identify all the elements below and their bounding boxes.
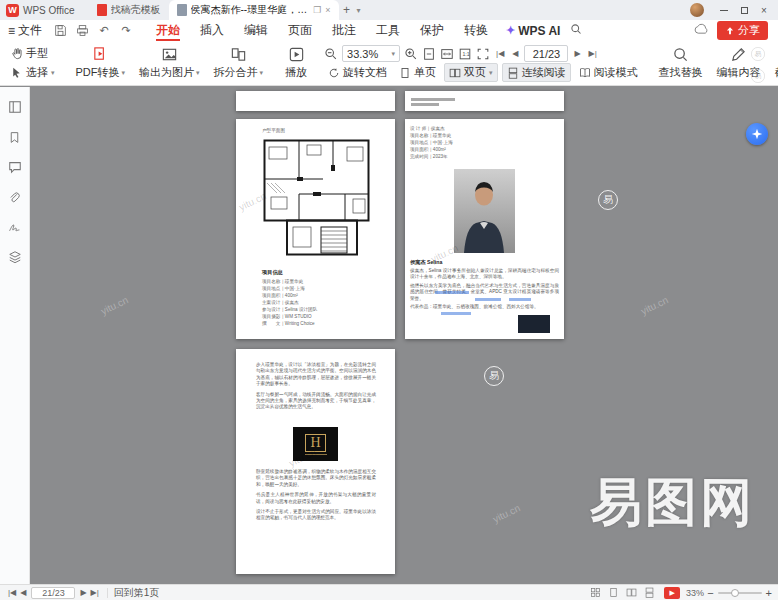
bio-paragraph: 侯寓杰，Selina 设计事务所创始人兼设计总监，深耕高端住宅与样板空间设计十余… bbox=[410, 268, 559, 281]
continuous-view-icon[interactable] bbox=[642, 587, 656, 599]
play-button[interactable]: 播放 bbox=[278, 43, 314, 83]
double-page-view-icon[interactable] bbox=[624, 587, 638, 599]
back-to-first-page-button[interactable]: 回到第1页 bbox=[114, 586, 160, 600]
close-tab-icon[interactable]: × bbox=[325, 5, 330, 15]
minimize-button[interactable] bbox=[714, 2, 734, 18]
page-22-essay[interactable]: 步入璟里华庭，设计以「浓淡相宜」为题，在光影流转之间勾勒出东方意境与现代生活方式… bbox=[236, 349, 395, 574]
page-21-designer[interactable]: 设 计 师｜侯寓杰 项目名称｜璟里华庭 项目地点｜中国·上海 项目面积｜400m… bbox=[405, 119, 564, 339]
first-page-button[interactable]: |◀ bbox=[494, 49, 506, 58]
tab-tools[interactable]: 工具 bbox=[366, 20, 410, 41]
screenshot-compare-button[interactable]: 截图对比 bbox=[768, 43, 778, 83]
file-menu-button[interactable]: ≡ 文件 bbox=[8, 22, 42, 39]
undo-button[interactable]: ↶ bbox=[96, 23, 112, 39]
double-page-button[interactable]: 双页 ▾ bbox=[444, 63, 498, 82]
tab-insert[interactable]: 插入 bbox=[190, 20, 234, 41]
fit-width-icon[interactable] bbox=[440, 47, 454, 61]
floating-assistant-button[interactable] bbox=[746, 123, 768, 145]
pdf-convert-button[interactable]: PDF转换▾ bbox=[69, 43, 133, 83]
save-button[interactable] bbox=[52, 23, 68, 39]
brand-logo-image: H bbox=[293, 427, 338, 461]
zoom-level-select[interactable]: 33.3% ▾ bbox=[342, 45, 400, 62]
fullscreen-icon[interactable] bbox=[476, 47, 490, 61]
export-image-button[interactable]: 输出为图片▾ bbox=[132, 43, 207, 83]
page-20-left-partial[interactable] bbox=[236, 91, 395, 111]
next-page-button[interactable]: ▶ bbox=[572, 49, 582, 58]
read-mode-label: 阅读模式 bbox=[594, 65, 638, 80]
layers-panel-icon[interactable] bbox=[7, 249, 23, 265]
split-merge-button[interactable]: 拆分合并▾ bbox=[207, 43, 271, 83]
document-tab-active[interactable]: 侯寓杰新作--璟里华庭，浓... ❐ × bbox=[169, 0, 339, 20]
signature-panel-icon[interactable] bbox=[7, 219, 23, 235]
search-button[interactable] bbox=[570, 23, 582, 38]
tab-protect[interactable]: 保护 bbox=[410, 20, 454, 41]
single-page-icon bbox=[399, 67, 411, 79]
wps-ai-button[interactable]: ✦ WPS AI bbox=[506, 24, 560, 38]
prev-page-button[interactable]: ◀ bbox=[510, 49, 520, 58]
tab-page[interactable]: 页面 bbox=[278, 20, 322, 41]
screenshot-compare-label: 截图对比 bbox=[775, 65, 778, 80]
read-mode-icon bbox=[579, 67, 591, 79]
new-tab-button[interactable]: + bbox=[339, 3, 355, 17]
maximize-button[interactable] bbox=[734, 2, 754, 18]
tab-list-caret-icon[interactable]: ▾ bbox=[357, 6, 361, 15]
logo-monogram: H bbox=[305, 434, 325, 452]
double-page-icon bbox=[449, 67, 461, 79]
info-line: 项目地点｜中国·上海 bbox=[262, 285, 372, 292]
zoom-slider-knob[interactable] bbox=[731, 589, 739, 597]
select-tool-button[interactable]: 选择 ▾ bbox=[6, 63, 59, 82]
detach-window-icon[interactable]: ❐ bbox=[313, 5, 321, 15]
next-page-button[interactable]: ▶ bbox=[78, 588, 88, 597]
tab-comment[interactable]: 批注 bbox=[322, 20, 366, 41]
close-window-button[interactable]: × bbox=[754, 2, 774, 18]
single-page-view-icon[interactable] bbox=[606, 587, 620, 599]
page-21-floorplan[interactable]: 户型平面图 bbox=[236, 119, 395, 339]
read-mode-button[interactable]: 阅读模式 bbox=[575, 63, 642, 82]
attachment-panel-icon[interactable] bbox=[7, 189, 23, 205]
share-button[interactable]: 分享 bbox=[717, 21, 768, 40]
ai-spark-icon: ✦ bbox=[506, 24, 515, 37]
status-zoom-percent: 33% bbox=[686, 588, 704, 598]
page-indicator-input[interactable]: 21/23 bbox=[31, 587, 75, 599]
hand-tool-button[interactable]: 手型 bbox=[6, 44, 59, 63]
edit-content-button[interactable]: 编辑内容 bbox=[710, 43, 768, 83]
document-canvas[interactable]: 户型平面图 bbox=[30, 87, 778, 584]
actual-size-icon[interactable]: 1:1 bbox=[458, 47, 472, 61]
caret-down-icon: ▾ bbox=[260, 69, 264, 77]
thumbnail-view-icon[interactable] bbox=[588, 587, 602, 599]
file-menu-label: 文件 bbox=[18, 22, 42, 39]
zoom-out-button[interactable]: − bbox=[707, 587, 713, 599]
last-page-button[interactable]: ▶| bbox=[587, 49, 599, 58]
document-tab-template[interactable]: 找稿壳模板 bbox=[89, 0, 169, 20]
rotate-document-button[interactable]: 旋转文档 bbox=[324, 63, 391, 82]
zoom-in-icon[interactable] bbox=[404, 47, 418, 61]
single-page-button[interactable]: 单页 bbox=[395, 63, 440, 82]
first-page-button[interactable]: |◀ bbox=[6, 588, 18, 597]
zoom-slider[interactable] bbox=[718, 592, 762, 594]
last-page-button[interactable]: ▶| bbox=[89, 588, 101, 597]
cloud-sync-icon[interactable] bbox=[694, 23, 709, 38]
tab-label: 找稿壳模板 bbox=[111, 3, 161, 17]
fit-page-icon[interactable] bbox=[422, 47, 436, 61]
zoom-out-icon[interactable] bbox=[324, 47, 338, 61]
thumbnail-panel-icon[interactable] bbox=[7, 99, 23, 115]
page-20-right-partial[interactable] bbox=[405, 91, 564, 111]
page-indicator-input[interactable]: 21/23 bbox=[524, 45, 568, 62]
pencil-icon bbox=[730, 46, 747, 63]
find-icon bbox=[672, 46, 689, 63]
zoom-in-button[interactable]: + bbox=[766, 587, 772, 599]
continuous-read-button[interactable]: 连续阅读 bbox=[502, 63, 571, 82]
continuous-read-icon bbox=[507, 67, 519, 79]
presentation-play-button[interactable]: ▶ bbox=[664, 587, 680, 599]
find-replace-button[interactable]: 查找替换 bbox=[652, 43, 710, 83]
prev-page-button[interactable]: ◀ bbox=[18, 588, 28, 597]
bookmark-panel-icon[interactable] bbox=[7, 129, 23, 145]
single-page-label: 单页 bbox=[414, 65, 436, 80]
print-button[interactable] bbox=[74, 23, 90, 39]
user-avatar[interactable] bbox=[690, 3, 704, 17]
comment-panel-icon[interactable] bbox=[7, 159, 23, 175]
redo-button[interactable]: ↷ bbox=[118, 23, 134, 39]
tab-home[interactable]: 开始 bbox=[146, 20, 190, 41]
info-line: 项目地点｜中国·上海 bbox=[410, 139, 480, 146]
tab-edit[interactable]: 编辑 bbox=[234, 20, 278, 41]
tab-convert[interactable]: 转换 bbox=[454, 20, 498, 41]
